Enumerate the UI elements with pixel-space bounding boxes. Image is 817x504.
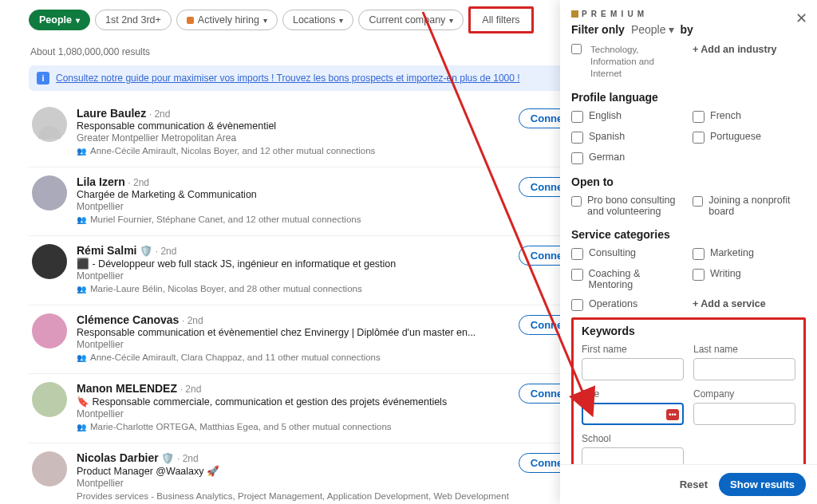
- checkbox[interactable]: [571, 248, 583, 260]
- field-label: Title: [582, 388, 684, 400]
- person-location: Montpellier: [77, 478, 509, 489]
- results-column: About 1,080,000,000 results i Consultez …: [29, 40, 587, 504]
- connection-degree: · 2nd: [156, 246, 177, 257]
- verified-icon: 🛡️: [161, 452, 174, 464]
- filter-degrees[interactable]: 1st 2nd 3rd+: [95, 10, 172, 30]
- add-link[interactable]: + Add a service: [693, 298, 806, 311]
- panel-footer: Reset Show results: [560, 464, 817, 504]
- verified-icon: 🛡️: [140, 245, 152, 257]
- checkbox-option[interactable]: English: [571, 110, 685, 123]
- mutual-icon: 👥: [77, 353, 86, 362]
- checkbox[interactable]: [693, 132, 705, 144]
- field-label: Last name: [693, 344, 795, 355]
- person-name[interactable]: Rémi Salmi: [77, 244, 136, 257]
- checkbox[interactable]: [693, 269, 705, 281]
- mutual-icon: 👥: [77, 147, 86, 156]
- avatar[interactable]: [32, 451, 67, 486]
- filter-hiring[interactable]: Actively hiring: [176, 10, 278, 30]
- person-name[interactable]: Clémence Canovas: [77, 313, 179, 326]
- connection-degree: · 2nd: [128, 177, 149, 188]
- premium-badge: P R E M I U M: [571, 10, 806, 18]
- checkbox-option[interactable]: Spanish: [571, 131, 685, 144]
- checkbox[interactable]: [693, 111, 705, 123]
- person-location: Montpellier: [77, 408, 509, 419]
- person-name[interactable]: Nicolas Darbier: [77, 451, 159, 464]
- person-headline: ⬛ - Développeur web full stack JS, ingén…: [77, 258, 509, 270]
- person-location: Montpellier: [77, 201, 509, 212]
- mutual-connections: 👥Marie-Charlotte ORTEGA, Matthias Egea, …: [77, 422, 509, 431]
- section-profile-language: Profile language: [571, 91, 806, 104]
- checkbox[interactable]: [571, 152, 583, 164]
- mutual-connections: 👥Anne-Cécile Amirault, Clara Chappaz, an…: [77, 352, 509, 362]
- person-name[interactable]: Lila Izern: [77, 175, 125, 188]
- filter-locations[interactable]: Locations: [282, 10, 354, 30]
- title-field: Title •••: [582, 388, 684, 425]
- connection-degree: · 2nd: [149, 108, 171, 120]
- close-button[interactable]: ✕: [795, 10, 807, 27]
- connection-degree: · 2nd: [182, 315, 203, 326]
- checkbox-option[interactable]: Operations: [571, 298, 685, 311]
- person-location: Greater Montpellier Metropolitan Area: [77, 132, 509, 144]
- checkbox-option[interactable]: Portuguese: [693, 131, 806, 144]
- checkbox-option[interactable]: Consulting: [571, 247, 685, 260]
- avatar[interactable]: [32, 107, 67, 142]
- avatar[interactable]: [32, 313, 67, 348]
- last-name-input[interactable]: [693, 358, 795, 380]
- keywords-highlight: Keywords First name Last name Title ••• …: [571, 317, 806, 482]
- person-name[interactable]: Laure Baulez: [77, 107, 146, 120]
- banner-link[interactable]: Consultez notre guide pour maximiser vos…: [56, 73, 520, 84]
- checkbox[interactable]: [693, 195, 703, 207]
- person-row: Clémence Canovas · 2ndResponsable commun…: [29, 305, 587, 374]
- company-input[interactable]: [693, 403, 795, 425]
- mutual-icon: 👥: [77, 215, 86, 224]
- person-row: Rémi Salmi 🛡️ · 2nd⬛ - Développeur web f…: [29, 236, 587, 305]
- first-name-input[interactable]: [582, 358, 684, 380]
- person-name[interactable]: Manon MELENDEZ: [77, 382, 177, 395]
- first-name-field: First name: [582, 344, 684, 380]
- section-keywords: Keywords: [582, 325, 795, 337]
- checkbox-option[interactable]: Joining a nonprofit board: [693, 195, 806, 217]
- checkbox[interactable]: [571, 269, 583, 281]
- checkbox-option[interactable]: German: [571, 152, 685, 164]
- person-row: Manon MELENDEZ · 2nd🔖 Responsable commer…: [29, 374, 587, 443]
- info-banner: i Consultez notre guide pour maximiser v…: [29, 65, 587, 91]
- field-label: School: [582, 433, 684, 444]
- person-headline: 🔖 Responsable commerciale, communication…: [77, 396, 509, 408]
- checkbox-option[interactable]: Writing: [693, 268, 806, 290]
- all-filters-highlight: All filters: [468, 6, 533, 33]
- checkbox-option[interactable]: Marketing: [693, 247, 806, 260]
- person-location: Montpellier: [77, 339, 509, 350]
- last-name-field: Last name: [693, 344, 795, 380]
- person-headline: Responsable communication et évènementie…: [77, 327, 509, 338]
- checkbox[interactable]: [571, 299, 583, 311]
- person-headline: Responsable communication & évènementiel: [77, 120, 509, 132]
- all-filters-panel: P R E M I U M ✕ Filter only People ▾ by …: [560, 0, 817, 504]
- filter-current-company[interactable]: Current company: [358, 10, 464, 30]
- checkbox[interactable]: [571, 195, 582, 207]
- error-badge-icon: •••: [666, 409, 679, 420]
- reset-button[interactable]: Reset: [680, 473, 708, 496]
- avatar[interactable]: [32, 175, 67, 211]
- checkbox[interactable]: [693, 248, 705, 260]
- field-label: First name: [582, 344, 684, 355]
- mutual-connections: 👥Anne-Cécile Amirault, Nicolas Boyer, an…: [77, 146, 509, 156]
- mutual-connections: 👥Muriel Fournier, Stéphane Canet, and 12…: [77, 215, 509, 224]
- mode-filter-only[interactable]: Filter only: [571, 23, 625, 36]
- checkbox-option[interactable]: Pro bono consulting and volunteering: [571, 195, 685, 217]
- show-results-button[interactable]: Show results: [719, 473, 806, 496]
- person-row: Laure Baulez · 2ndResponsable communicat…: [29, 99, 587, 167]
- avatar[interactable]: [32, 244, 67, 279]
- checkbox[interactable]: [571, 44, 582, 54]
- avatar[interactable]: [32, 382, 67, 417]
- add-industry-link[interactable]: + Add an industry: [693, 44, 806, 80]
- mode-people-dropdown[interactable]: People ▾: [631, 23, 674, 36]
- checkbox-option[interactable]: Coaching & Mentoring: [571, 268, 685, 290]
- filter-people[interactable]: People: [29, 10, 90, 30]
- connection-degree: · 2nd: [180, 384, 202, 395]
- checkbox[interactable]: [571, 132, 583, 144]
- checkbox[interactable]: [571, 111, 583, 123]
- checkbox-option[interactable]: French: [693, 110, 806, 123]
- industry-option[interactable]: Technology, Information and Internet: [571, 44, 685, 80]
- mutual-icon: 👥: [77, 423, 86, 431]
- filter-all-filters[interactable]: All filters: [472, 10, 529, 30]
